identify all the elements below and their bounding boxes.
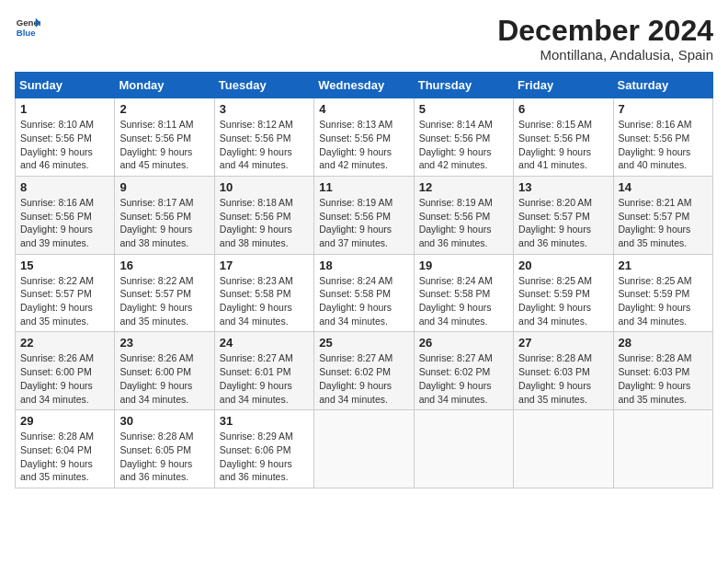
weekday-header-tuesday: Tuesday xyxy=(214,73,313,98)
day-info: Sunrise: 8:24 AMSunset: 5:58 PMDaylight:… xyxy=(419,274,508,328)
weekday-header-row: SundayMondayTuesdayWednesdayThursdayFrid… xyxy=(16,73,713,98)
calendar-cell: 22Sunrise: 8:26 AMSunset: 6:00 PMDayligh… xyxy=(16,332,115,410)
weekday-header-saturday: Saturday xyxy=(613,73,712,98)
calendar-cell: 24Sunrise: 8:27 AMSunset: 6:01 PMDayligh… xyxy=(214,332,313,410)
day-number: 20 xyxy=(518,259,608,272)
day-info: Sunrise: 8:23 AMSunset: 5:58 PMDaylight:… xyxy=(220,274,309,328)
calendar-cell: 7Sunrise: 8:16 AMSunset: 5:56 PMDaylight… xyxy=(613,98,712,177)
location-subtitle: Montillana, Andalusia, Spain xyxy=(497,47,713,63)
day-number: 23 xyxy=(119,336,209,350)
day-info: Sunrise: 8:19 AMSunset: 5:56 PMDaylight:… xyxy=(319,196,408,250)
day-info: Sunrise: 8:26 AMSunset: 6:00 PMDaylight:… xyxy=(119,351,209,406)
day-number: 26 xyxy=(419,336,508,350)
weekday-header-sunday: Sunday xyxy=(16,73,115,98)
day-info: Sunrise: 8:20 AMSunset: 5:57 PMDaylight:… xyxy=(518,196,608,250)
calendar-cell: 4Sunrise: 8:13 AMSunset: 5:56 PMDaylight… xyxy=(314,98,414,177)
calendar-cell: 21Sunrise: 8:25 AMSunset: 5:59 PMDayligh… xyxy=(613,254,712,332)
day-info: Sunrise: 8:10 AMSunset: 5:56 PMDaylight:… xyxy=(20,118,109,172)
calendar-week-4: 22Sunrise: 8:26 AMSunset: 6:00 PMDayligh… xyxy=(16,332,713,410)
day-number: 30 xyxy=(119,414,209,428)
day-info: Sunrise: 8:18 AMSunset: 5:56 PMDaylight:… xyxy=(220,196,309,250)
day-info: Sunrise: 8:17 AMSunset: 5:56 PMDaylight:… xyxy=(119,196,209,250)
day-info: Sunrise: 8:28 AMSunset: 6:03 PMDaylight:… xyxy=(619,351,708,406)
weekday-header-friday: Friday xyxy=(514,73,613,98)
day-number: 11 xyxy=(319,180,408,194)
calendar-cell: 30Sunrise: 8:28 AMSunset: 6:05 PMDayligh… xyxy=(115,410,214,488)
calendar-cell: 12Sunrise: 8:19 AMSunset: 5:56 PMDayligh… xyxy=(414,176,513,254)
calendar-cell: 11Sunrise: 8:19 AMSunset: 5:56 PMDayligh… xyxy=(314,176,414,254)
day-number: 31 xyxy=(220,414,309,428)
calendar-cell: 6Sunrise: 8:15 AMSunset: 5:56 PMDaylight… xyxy=(514,98,613,177)
day-number: 3 xyxy=(220,102,309,116)
calendar-cell: 31Sunrise: 8:29 AMSunset: 6:06 PMDayligh… xyxy=(214,410,313,488)
day-info: Sunrise: 8:15 AMSunset: 5:56 PMDaylight:… xyxy=(518,118,608,172)
day-info: Sunrise: 8:27 AMSunset: 6:01 PMDaylight:… xyxy=(220,351,309,406)
day-info: Sunrise: 8:26 AMSunset: 6:00 PMDaylight:… xyxy=(20,351,109,406)
weekday-header-thursday: Thursday xyxy=(414,73,513,98)
day-info: Sunrise: 8:25 AMSunset: 5:59 PMDaylight:… xyxy=(619,274,708,328)
day-number: 6 xyxy=(518,102,608,116)
calendar-cell: 23Sunrise: 8:26 AMSunset: 6:00 PMDayligh… xyxy=(115,332,214,410)
title-area: December 2024 Montillana, Andalusia, Spa… xyxy=(497,15,713,63)
day-info: Sunrise: 8:16 AMSunset: 5:56 PMDaylight:… xyxy=(20,196,109,250)
day-info: Sunrise: 8:27 AMSunset: 6:02 PMDaylight:… xyxy=(419,351,508,406)
day-number: 27 xyxy=(518,336,608,350)
calendar-cell: 26Sunrise: 8:27 AMSunset: 6:02 PMDayligh… xyxy=(414,332,513,410)
day-number: 7 xyxy=(619,102,708,116)
calendar-cell: 29Sunrise: 8:28 AMSunset: 6:04 PMDayligh… xyxy=(16,410,115,488)
day-number: 2 xyxy=(119,102,209,116)
day-info: Sunrise: 8:21 AMSunset: 5:57 PMDaylight:… xyxy=(619,196,708,250)
calendar-cell xyxy=(414,410,513,488)
day-number: 17 xyxy=(220,259,309,272)
calendar-week-2: 8Sunrise: 8:16 AMSunset: 5:56 PMDaylight… xyxy=(16,176,713,254)
calendar-cell: 5Sunrise: 8:14 AMSunset: 5:56 PMDaylight… xyxy=(414,98,513,177)
day-number: 9 xyxy=(119,180,209,194)
calendar-cell: 28Sunrise: 8:28 AMSunset: 6:03 PMDayligh… xyxy=(613,332,712,410)
weekday-header-monday: Monday xyxy=(115,73,214,98)
calendar-cell: 18Sunrise: 8:24 AMSunset: 5:58 PMDayligh… xyxy=(314,254,414,332)
calendar-week-3: 15Sunrise: 8:22 AMSunset: 5:57 PMDayligh… xyxy=(16,254,713,332)
day-number: 1 xyxy=(20,102,109,116)
day-info: Sunrise: 8:19 AMSunset: 5:56 PMDaylight:… xyxy=(419,196,508,250)
day-number: 18 xyxy=(319,259,408,272)
day-info: Sunrise: 8:11 AMSunset: 5:56 PMDaylight:… xyxy=(119,118,209,172)
calendar-cell xyxy=(613,410,712,488)
calendar-cell: 19Sunrise: 8:24 AMSunset: 5:58 PMDayligh… xyxy=(414,254,513,332)
day-info: Sunrise: 8:28 AMSunset: 6:05 PMDaylight:… xyxy=(119,430,209,484)
svg-text:Blue: Blue xyxy=(17,28,36,38)
calendar-cell: 10Sunrise: 8:18 AMSunset: 5:56 PMDayligh… xyxy=(214,176,313,254)
calendar-cell: 25Sunrise: 8:27 AMSunset: 6:02 PMDayligh… xyxy=(314,332,414,410)
day-number: 24 xyxy=(220,336,309,350)
day-number: 10 xyxy=(220,180,309,194)
calendar-cell xyxy=(314,410,414,488)
calendar-cell: 2Sunrise: 8:11 AMSunset: 5:56 PMDaylight… xyxy=(115,98,214,177)
calendar-week-1: 1Sunrise: 8:10 AMSunset: 5:56 PMDaylight… xyxy=(16,98,713,177)
calendar-cell: 8Sunrise: 8:16 AMSunset: 5:56 PMDaylight… xyxy=(16,176,115,254)
day-info: Sunrise: 8:14 AMSunset: 5:56 PMDaylight:… xyxy=(419,118,508,172)
day-info: Sunrise: 8:22 AMSunset: 5:57 PMDaylight:… xyxy=(20,274,109,328)
calendar-cell: 16Sunrise: 8:22 AMSunset: 5:57 PMDayligh… xyxy=(115,254,214,332)
day-info: Sunrise: 8:25 AMSunset: 5:59 PMDaylight:… xyxy=(518,274,608,328)
calendar-cell: 13Sunrise: 8:20 AMSunset: 5:57 PMDayligh… xyxy=(514,176,613,254)
calendar-cell: 3Sunrise: 8:12 AMSunset: 5:56 PMDaylight… xyxy=(214,98,313,177)
calendar-cell: 20Sunrise: 8:25 AMSunset: 5:59 PMDayligh… xyxy=(514,254,613,332)
month-title: December 2024 xyxy=(497,15,713,47)
calendar-cell: 9Sunrise: 8:17 AMSunset: 5:56 PMDaylight… xyxy=(115,176,214,254)
logo-icon: General Blue xyxy=(15,15,40,40)
day-number: 13 xyxy=(518,180,608,194)
calendar-table: SundayMondayTuesdayWednesdayThursdayFrid… xyxy=(15,72,713,488)
calendar-cell: 14Sunrise: 8:21 AMSunset: 5:57 PMDayligh… xyxy=(613,176,712,254)
day-info: Sunrise: 8:12 AMSunset: 5:56 PMDaylight:… xyxy=(220,118,309,172)
day-info: Sunrise: 8:29 AMSunset: 6:06 PMDaylight:… xyxy=(220,430,309,484)
day-number: 28 xyxy=(619,336,708,350)
day-number: 29 xyxy=(20,414,109,428)
day-number: 16 xyxy=(119,259,209,272)
page-header: General Blue December 2024 Montillana, A… xyxy=(15,15,713,63)
day-info: Sunrise: 8:16 AMSunset: 5:56 PMDaylight:… xyxy=(619,118,708,172)
day-number: 4 xyxy=(319,102,408,116)
calendar-cell: 1Sunrise: 8:10 AMSunset: 5:56 PMDaylight… xyxy=(16,98,115,177)
day-number: 21 xyxy=(619,259,708,272)
weekday-header-wednesday: Wednesday xyxy=(314,73,414,98)
calendar-cell: 15Sunrise: 8:22 AMSunset: 5:57 PMDayligh… xyxy=(16,254,115,332)
day-number: 19 xyxy=(419,259,508,272)
